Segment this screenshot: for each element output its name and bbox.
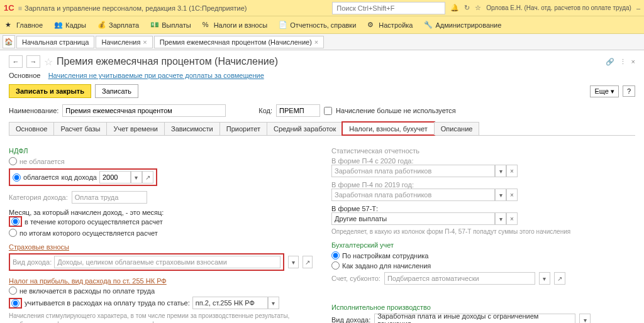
name-input[interactable] — [62, 104, 226, 117]
stat-title: Статистическая отчетность — [331, 147, 635, 155]
save-button[interactable]: Записать — [95, 84, 138, 98]
itab-opisanie[interactable]: Описание — [434, 122, 480, 135]
itab-prioritet[interactable]: Приоритет — [219, 122, 267, 135]
itab-sredniy[interactable]: Средний заработок — [267, 122, 343, 135]
radio-profit-include[interactable] — [11, 299, 19, 307]
dropdown-icon[interactable]: ▾ — [539, 272, 550, 285]
income-code-label: код дохода — [61, 173, 97, 181]
profit-note: Начисления стимулирующего характера, в т… — [9, 312, 313, 323]
forward-button[interactable]: → — [26, 55, 40, 68]
radio-not-taxed[interactable] — [9, 157, 17, 165]
sublink-exclude[interactable]: Начисления не учитываемые при расчете до… — [48, 72, 264, 79]
income-cat-label: Категория дохода: — [9, 194, 68, 201]
star-icon[interactable]: ☆ — [475, 4, 481, 12]
more-button[interactable]: Еще ▾ — [590, 85, 618, 97]
radio-month-after[interactable] — [9, 229, 17, 237]
dropdown-icon[interactable]: ▾ — [495, 212, 506, 225]
close-icon[interactable]: × — [143, 38, 147, 46]
acc-sub-label: Счет, субконто: — [331, 275, 380, 282]
clear-icon[interactable]: × — [506, 212, 518, 225]
history-icon[interactable]: ↻ — [464, 4, 470, 12]
dropdown-icon[interactable]: ▾ — [579, 314, 591, 323]
name-label: Наименование: — [9, 107, 58, 114]
close-icon[interactable]: × — [314, 38, 318, 46]
profit-article-select[interactable]: пп.2, ст.255 НК РФ — [192, 297, 268, 309]
p4-2019-label: В форме П-4 по 2019 год: — [331, 181, 635, 189]
p4-2020-label: В форме П-4 с 2020 года: — [331, 157, 635, 165]
itab-nalogi[interactable]: Налоги, взносы, бухучет — [342, 122, 435, 135]
itab-zavisim[interactable]: Зависимости — [164, 122, 220, 135]
close-page-icon[interactable]: × — [631, 58, 635, 66]
radio-taxed[interactable] — [13, 173, 21, 182]
tab-home[interactable]: 🏠 — [3, 35, 15, 48]
itab-vremya[interactable]: Учет времени — [106, 122, 165, 135]
bell-icon[interactable]: 🔔 — [450, 4, 459, 12]
profit-tax-title: Налог на прибыль, вид расхода по ст. 255… — [9, 277, 313, 285]
itab-raschet[interactable]: Расчет базы — [53, 122, 107, 135]
itab-osnovnoe[interactable]: Основное — [9, 122, 54, 135]
tab-premiya[interactable]: Премия ежемесячная процентом (Начисление… — [154, 36, 324, 48]
p4-2020-select[interactable]: Заработная плата работников — [331, 165, 495, 177]
menu-zarplata[interactable]: 💰Зарплата — [97, 21, 139, 30]
link-icon[interactable]: 🔗 — [606, 58, 614, 66]
app-logo: 1C — [4, 3, 14, 13]
dropdown-icon[interactable]: ▾ — [495, 165, 506, 177]
dropdown-icon[interactable]: ▾ — [131, 171, 142, 183]
acc-title: Бухгалтерский учет — [331, 241, 635, 249]
f57t-select[interactable]: Другие выплаты — [331, 212, 495, 225]
f57t-note: Определяет, в какую из колонок форм П-4,… — [331, 227, 635, 236]
dropdown-icon[interactable]: ▾ — [495, 189, 506, 201]
help-button[interactable]: ? — [623, 85, 635, 97]
dropdown-icon[interactable]: ▾ — [288, 256, 298, 268]
tab-nachisleniya[interactable]: Начисления× — [96, 36, 152, 48]
income-type-select[interactable]: Доходы, целиком облагаемые страховыми вз… — [54, 256, 280, 268]
menu-vyplaty[interactable]: 💵Выплаты — [150, 21, 191, 30]
clear-icon[interactable]: × — [506, 165, 518, 177]
menu-admin[interactable]: 🔧Администрирование — [424, 21, 501, 30]
clear-icon[interactable]: × — [506, 189, 518, 201]
deprecated-label: Начисление больше не используется — [336, 107, 456, 114]
radio-acc-employee[interactable] — [331, 251, 340, 260]
tab-start[interactable]: Начальная страница — [16, 36, 94, 48]
menu-nalogi[interactable]: %Налоги и взносы — [203, 21, 268, 30]
page-title: Премия ежемесячная процентом (Начисление… — [57, 56, 278, 67]
code-input[interactable] — [276, 104, 320, 117]
back-button[interactable]: ← — [9, 55, 23, 68]
radio-acc-defined[interactable] — [331, 261, 340, 270]
app-title: Зарплата и управление персоналом, редакц… — [25, 4, 247, 12]
more-icon[interactable]: ⋮ — [619, 58, 626, 66]
open-icon[interactable]: ↗ — [554, 272, 565, 285]
code-label: Код: — [258, 107, 272, 114]
radio-month-during[interactable] — [11, 217, 19, 226]
menu-otchet[interactable]: 📄Отчетность, справки — [279, 21, 356, 30]
open-icon[interactable]: ↗ — [142, 171, 153, 183]
enforce-title: Исполнительное производство — [331, 304, 635, 311]
open-icon[interactable]: ↗ — [303, 256, 313, 268]
minimize-icon[interactable]: – — [636, 4, 640, 12]
radio-profit-exclude[interactable] — [9, 287, 17, 295]
ndfl-title: НДФЛ — [9, 147, 313, 155]
income-code-input[interactable] — [99, 171, 131, 183]
f57t-label: В форме 57-Т: — [331, 205, 635, 212]
month-label: Месяц, за который начислен доход, - это … — [9, 209, 313, 216]
menu-nastroika[interactable]: ⚙Настройка — [367, 21, 413, 30]
insurance-title: Страховые взносы — [9, 243, 313, 251]
menu-main[interactable]: ★Главное — [5, 21, 43, 30]
income-type-label: Вид дохода: — [13, 258, 52, 266]
dropdown-icon[interactable]: ▾ — [268, 297, 279, 309]
favorite-icon[interactable]: ☆ — [44, 56, 53, 68]
p4-2019-select[interactable]: Заработная плата работников — [331, 189, 495, 201]
enforce-select[interactable]: Заработная плата и иные доходы с огранич… — [374, 314, 575, 323]
enforce-label: Вид дохода: — [331, 316, 370, 323]
user-label: Орлова Е.Н. (Нач. отд. расчетов по оплат… — [486, 4, 631, 11]
deprecated-checkbox[interactable] — [324, 107, 332, 115]
menu-kadry[interactable]: 👥Кадры — [54, 21, 86, 30]
acc-sub-select[interactable]: Подбирается автоматически — [384, 272, 535, 285]
sublink-main[interactable]: Основное — [9, 72, 40, 79]
income-cat-select[interactable]: Оплата труда — [72, 191, 147, 204]
search-input[interactable] — [332, 2, 445, 14]
menu-icon[interactable]: ≡ — [18, 4, 22, 12]
save-close-button[interactable]: Записать и закрыть — [9, 84, 91, 98]
